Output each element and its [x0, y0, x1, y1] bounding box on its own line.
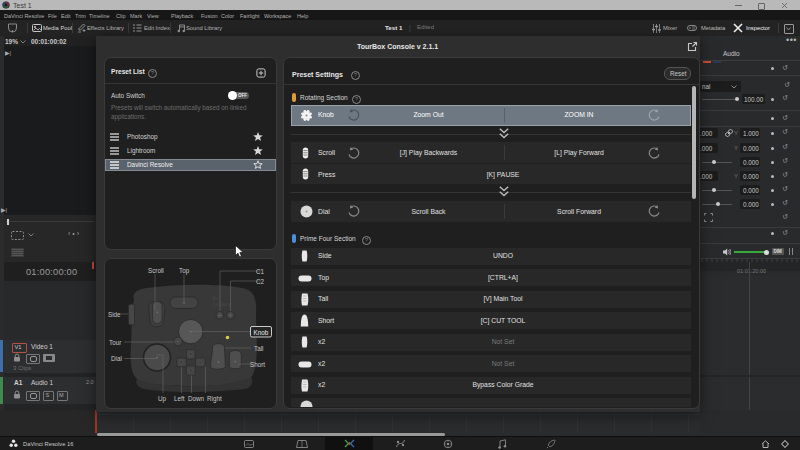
svg-text:Top: Top	[179, 267, 190, 275]
svg-text:Dial: Dial	[111, 355, 122, 362]
svg-text:Knob: Knob	[254, 329, 269, 336]
svg-text:Short: Short	[250, 361, 265, 368]
svg-text:Right: Right	[207, 395, 222, 403]
svg-text:C2: C2	[256, 278, 265, 285]
svg-text:Up: Up	[158, 395, 167, 403]
svg-text:Left: Left	[174, 395, 185, 402]
svg-text:Tour: Tour	[109, 339, 121, 346]
svg-text:Side: Side	[108, 311, 121, 318]
svg-text:Tall: Tall	[254, 345, 263, 352]
svg-text:TOURBOX: TOURBOX	[212, 303, 231, 307]
svg-text:C1: C1	[256, 268, 265, 275]
svg-text:Down: Down	[188, 395, 205, 402]
svg-text:Scroll: Scroll	[148, 267, 164, 274]
